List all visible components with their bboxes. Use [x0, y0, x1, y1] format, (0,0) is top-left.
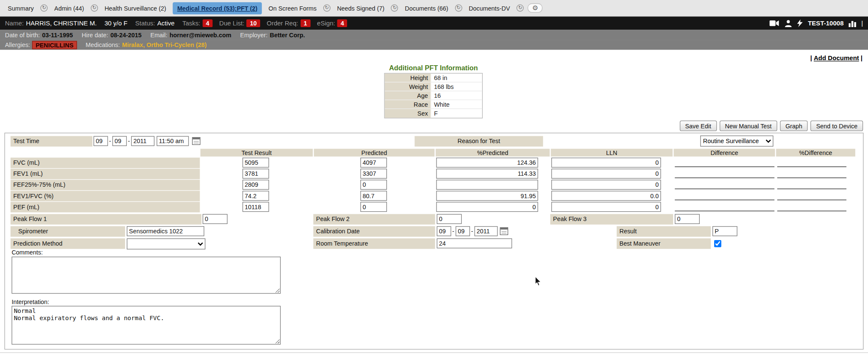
refresh-icon[interactable]: ↻	[455, 4, 462, 11]
col-header-lln: LLN	[551, 149, 673, 156]
tab-summary[interactable]: Summary	[5, 3, 37, 14]
peak-flow-3-input[interactable]	[675, 214, 700, 224]
spirometer-input[interactable]	[127, 226, 204, 236]
pef-test-result-input[interactable]	[242, 202, 269, 212]
fvc-predicted-input[interactable]	[360, 158, 387, 168]
send-to-device-button[interactable]: Send to Device	[811, 121, 863, 131]
calendar-icon[interactable]	[192, 137, 200, 145]
interpretation-textarea[interactable]: Normal Normal expiratory flows and a nor…	[11, 306, 281, 344]
col-header-pct-predicted: %Predicted	[436, 149, 550, 156]
pef-lln-input[interactable]	[551, 202, 661, 212]
refresh-icon[interactable]: ↻	[40, 4, 47, 11]
fev1-fvc-lln-input[interactable]	[551, 191, 661, 201]
reason-for-test-label: Reason for Test	[415, 136, 543, 147]
bar-chart-icon[interactable]	[849, 19, 856, 27]
test-time-clock-input[interactable]	[157, 136, 189, 146]
date-separator: -	[109, 136, 111, 147]
graph-button[interactable]: Graph	[780, 121, 808, 131]
pft-info-row: Weight168 lbs	[385, 83, 482, 91]
tab-medical-record-pft[interactable]: Medical Record (53):PFT (2)	[173, 2, 262, 14]
tab-needs-signed[interactable]: Needs Signed (7)	[334, 3, 387, 14]
peak-flow-1-input[interactable]	[203, 214, 228, 224]
order-req-label[interactable]: Order Req:	[267, 20, 298, 27]
calibration-day-input[interactable]	[456, 226, 470, 236]
due-list-count-badge[interactable]: 10	[247, 19, 260, 27]
tab-bar: Summary ↻ Admin (44) ↻ Health Surveillan…	[0, 0, 868, 17]
calendar-icon[interactable]	[500, 227, 508, 235]
comments-textarea[interactable]	[11, 257, 281, 294]
fev1-pct-predicted-input[interactable]	[436, 169, 538, 179]
calibration-year-input[interactable]	[474, 226, 498, 236]
refresh-icon[interactable]: ↻	[391, 4, 398, 11]
sex-label: Sex	[385, 109, 431, 118]
pft-form: Test Time - - Reason for Test Routine Su…	[4, 133, 863, 349]
tasks-count-badge[interactable]: 4	[203, 19, 213, 27]
fvc-lln-input[interactable]	[551, 158, 661, 168]
fvc-pct-predicted-input[interactable]	[436, 158, 538, 168]
patient-age-sex: 30 y/o F	[104, 20, 127, 27]
fev1-pct-difference-line	[777, 177, 846, 178]
esign-label[interactable]: eSign:	[317, 20, 335, 27]
test-time-day-input[interactable]	[112, 136, 127, 146]
gear-icon[interactable]: ⚙	[528, 3, 542, 13]
spirometer-label: Spirometer	[11, 226, 125, 237]
fef-predicted-input[interactable]	[360, 180, 387, 190]
refresh-icon[interactable]: ↻	[517, 4, 524, 11]
lightning-icon[interactable]	[797, 19, 803, 27]
col-header-predicted: Predicted	[314, 149, 435, 156]
fef-test-result-input[interactable]	[242, 180, 269, 190]
allergy-badge[interactable]: PENICILLINS	[32, 41, 77, 49]
tab-admin[interactable]: Admin (44)	[52, 3, 87, 14]
refresh-icon[interactable]: ↻	[91, 4, 98, 11]
calibration-month-input[interactable]	[437, 226, 451, 236]
fev1-fvc-test-result-input[interactable]	[242, 191, 269, 201]
order-req-count-badge[interactable]: 1	[300, 19, 311, 27]
pef-pct-predicted-input[interactable]	[436, 202, 538, 212]
tab-documents-dv[interactable]: Documents-DV	[466, 3, 512, 14]
test-time-month-input[interactable]	[94, 136, 108, 146]
pft-info-title: Additional PFT Information	[384, 64, 482, 72]
hire-date-value: 08-24-2015	[110, 31, 142, 38]
row-label-fev1: FEV1 (mL)	[11, 169, 200, 179]
pef-predicted-input[interactable]	[360, 202, 387, 212]
medications-value[interactable]: Miralax, Ortho Tri-Cyclen (28)	[122, 41, 207, 48]
fev1-test-result-input[interactable]	[242, 169, 269, 179]
due-list-label[interactable]: Due List:	[219, 20, 244, 27]
patient-bar: Name: HARRIS, CHRISTINE M. 30 y/o F Stat…	[0, 17, 868, 30]
allergy-bar: Allergies: PENICILLINS Medications: Mira…	[0, 40, 868, 50]
video-camera-icon[interactable]	[770, 20, 780, 27]
tasks-label[interactable]: Tasks:	[182, 20, 200, 27]
email-value: horner@mieweb.com	[170, 31, 231, 38]
fev1-fvc-pct-predicted-input[interactable]	[436, 191, 538, 201]
pft-info-row: Age16	[385, 91, 482, 100]
fvc-pct-difference-line	[777, 166, 846, 167]
fev1-fvc-predicted-input[interactable]	[360, 191, 387, 201]
room-temperature-input[interactable]	[437, 238, 512, 249]
new-manual-test-button[interactable]: New Manual Test	[719, 121, 777, 131]
fvc-difference-line	[675, 166, 774, 167]
refresh-icon[interactable]: ↻	[323, 4, 331, 11]
tab-on-screen-forms[interactable]: On Screen Forms	[266, 3, 319, 14]
best-maneuver-checkbox[interactable]	[714, 240, 721, 247]
race-value: White	[431, 100, 482, 108]
tab-documents[interactable]: Documents (66)	[402, 3, 451, 14]
fev1-predicted-input[interactable]	[360, 169, 387, 179]
peak-flow-2-input[interactable]	[437, 214, 462, 224]
allergies-label: Allergies:	[5, 41, 30, 48]
fev1-lln-input[interactable]	[551, 169, 661, 179]
tab-health-surveillance[interactable]: Health Surveillance (2)	[102, 3, 169, 14]
save-edit-button[interactable]: Save Edit	[679, 121, 717, 131]
medications-label: Medications:	[86, 41, 120, 48]
fef-pct-predicted-input[interactable]	[436, 180, 538, 190]
test-time-year-input[interactable]	[131, 136, 155, 146]
prediction-method-select[interactable]	[127, 238, 205, 249]
esign-count-badge[interactable]: 4	[337, 19, 348, 27]
page: Summary ↻ Admin (44) ↻ Health Surveillan…	[0, 0, 868, 354]
fef-lln-input[interactable]	[551, 180, 661, 190]
add-document-link[interactable]: Add Document	[814, 55, 859, 61]
person-icon[interactable]	[785, 19, 792, 27]
result-input[interactable]	[712, 226, 737, 236]
fvc-test-result-input[interactable]	[242, 158, 269, 168]
reason-for-test-select[interactable]: Routine Surveillance	[700, 136, 773, 147]
pef-difference-line	[675, 211, 774, 211]
